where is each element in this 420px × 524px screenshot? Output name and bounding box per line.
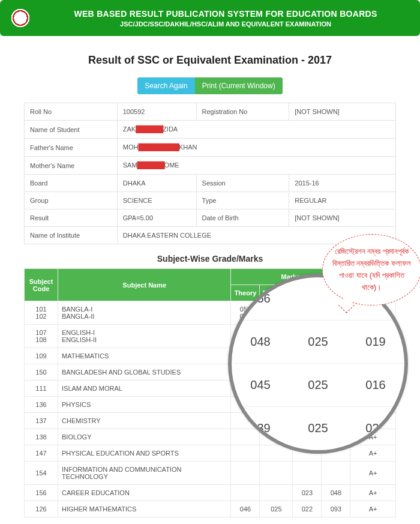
- zoom-cell: 048: [232, 320, 289, 363]
- theory-marks: [231, 462, 260, 485]
- subject-name: CAREER EDUCATION: [58, 485, 231, 501]
- mcq-marks: 023: [293, 485, 322, 501]
- roll-value: 100592: [117, 103, 196, 121]
- info-table: Roll No 100592 Registration No [NOT SHOW…: [24, 103, 396, 244]
- father-value: MOH████████████KHAN: [117, 139, 395, 157]
- logo: [8, 6, 32, 30]
- header-text: WEB BASED RESULT PUBLICATION SYSTEM FOR …: [40, 9, 412, 28]
- table-row: Mother's Name SAM████████OME: [25, 157, 396, 175]
- session-label: Session: [196, 175, 289, 192]
- redacted-text: ████████████: [138, 143, 178, 151]
- subject-name: BANGLADESH AND GLOBAL STUDIES: [58, 364, 231, 381]
- dob-value: [NOT SHOWN]: [289, 209, 396, 227]
- name-label: Name of Student: [25, 121, 118, 139]
- subject-name: BANGLA-I BANGLA-II: [58, 301, 231, 325]
- roll-label: Roll No: [25, 103, 118, 121]
- table-row: Result GPA=5.00 Date of Birth [NOT SHOWN…: [25, 209, 396, 227]
- total-marks: 093: [322, 501, 350, 517]
- theory-marks: 046: [231, 501, 260, 517]
- table-row: Roll No 100592 Registration No [NOT SHOW…: [25, 103, 396, 121]
- grade-marks: A+: [350, 501, 396, 517]
- zoom-row: 045025016: [232, 363, 404, 406]
- subject-code: 154: [25, 462, 58, 485]
- dob-label: Date of Birth: [196, 209, 289, 227]
- grade-marks: A+: [350, 462, 396, 485]
- practical-marks: [260, 485, 293, 501]
- zoom-cell: 019: [347, 320, 404, 363]
- zoom-cell: 025: [289, 363, 347, 406]
- table-row: 156CAREER EDUCATION023048A+: [25, 485, 396, 501]
- header-line2: JSC/JDC/SSC/DAKHIL/HSC/ALIM AND EQUIVALE…: [40, 20, 412, 28]
- zoom-cell: 045: [232, 363, 289, 406]
- name-value: ZAK████████ZIDA: [117, 121, 395, 139]
- zoom-cell: 025: [289, 320, 347, 363]
- header-line1: WEB BASED RESULT PUBLICATION SYSTEM FOR …: [40, 9, 412, 19]
- table-row: Name of Student ZAK████████ZIDA: [25, 121, 396, 139]
- zoom-cell: 016: [347, 363, 404, 406]
- subject-code: 109: [25, 348, 58, 364]
- group-label: Group: [25, 192, 118, 209]
- button-row-top: Search AgainPrint (Current Window): [24, 77, 396, 94]
- table-row: Board DHAKA Session 2015-16: [25, 175, 396, 192]
- result-label: Result: [25, 209, 118, 227]
- table-row: 126HIGHER MATHEMATICS046025022093A+: [25, 501, 396, 517]
- subject-name: ISLAM AND MORAL: [58, 381, 231, 397]
- total-marks: [322, 462, 350, 485]
- header-bar: WEB BASED RESULT PUBLICATION SYSTEM FOR …: [0, 0, 420, 36]
- table-row: 154INFORMATION AND COMMUNICATION TECHNOL…: [25, 462, 396, 485]
- board-label: Board: [25, 175, 118, 192]
- zoom-cell: 025: [289, 406, 347, 450]
- type-value: REGULAR: [289, 192, 396, 209]
- grade-marks: A+: [350, 485, 396, 501]
- callout-text: রেজিস্ট্রেশন নম্বর প্রদানপূর্বক বিস্তারি…: [332, 247, 411, 292]
- search-again-button[interactable]: Search Again: [137, 77, 194, 94]
- redacted-text: ████████: [137, 161, 164, 169]
- redacted-text: ████████: [136, 125, 163, 133]
- session-value: 2015-16: [289, 175, 396, 192]
- subject-code: 126: [25, 501, 58, 517]
- table-row: Name of Institute DHAKA EASTERN COLLEGE: [25, 227, 396, 244]
- subject-code: 137: [25, 413, 58, 429]
- col-name: Subject Name: [58, 269, 231, 301]
- subject-name: CHEMISTRY: [58, 413, 231, 429]
- subject-name: INFORMATION AND COMMUNICATION TECHNOLOGY: [58, 462, 231, 485]
- subject-name: PHYSICAL EDUCATION AND SPORTS: [58, 445, 231, 462]
- reg-label: Registration No: [196, 103, 289, 121]
- subject-code: 150: [25, 364, 58, 381]
- table-row: Group SCIENCE Type REGULAR: [25, 192, 396, 209]
- subject-code: 147: [25, 445, 58, 462]
- subject-name: PHYSICS: [58, 397, 231, 413]
- subject-code: 138: [25, 429, 58, 445]
- result-value: GPA=5.00: [117, 209, 196, 227]
- theory-marks: [231, 445, 260, 462]
- table-row: Father's Name MOH████████████KHAN: [25, 139, 396, 157]
- theory-marks: [231, 429, 260, 445]
- mcq-marks: [293, 462, 322, 485]
- subject-name: MATHEMATICS: [58, 348, 231, 364]
- grade-marks: A+: [350, 445, 396, 462]
- zoom-row: 048025019: [232, 320, 404, 363]
- col-code: Subject Code: [25, 269, 58, 301]
- type-label: Type: [196, 192, 289, 209]
- subject-name: HIGHER MATHEMATICS: [58, 501, 231, 517]
- subject-name: ENGLISH-I ENGLISH-II: [58, 325, 231, 348]
- mcq-marks: 022: [293, 501, 322, 517]
- subject-code: 136: [25, 397, 58, 413]
- mother-value: SAM████████OME: [117, 157, 395, 175]
- board-value: DHAKA: [117, 175, 196, 192]
- father-label: Father's Name: [25, 139, 118, 157]
- mother-label: Mother's Name: [25, 157, 118, 175]
- print-button[interactable]: Print (Current Window): [195, 77, 283, 94]
- theory-marks: [231, 485, 260, 501]
- subject-code: 111: [25, 381, 58, 397]
- inst-label: Name of Institute: [25, 227, 118, 244]
- subject-name: BIOLOGY: [58, 429, 231, 445]
- practical-marks: [260, 462, 293, 485]
- reg-value: [NOT SHOWN]: [289, 103, 396, 121]
- group-value: SCIENCE: [117, 192, 196, 209]
- subject-code: 156: [25, 485, 58, 501]
- total-marks: 048: [322, 485, 350, 501]
- subject-code: 101 102: [25, 301, 58, 325]
- subject-code: 107 108: [25, 325, 58, 348]
- callout-bubble: রেজিস্ট্রেশন নম্বর প্রদানপূর্বক বিস্তারি…: [322, 234, 420, 306]
